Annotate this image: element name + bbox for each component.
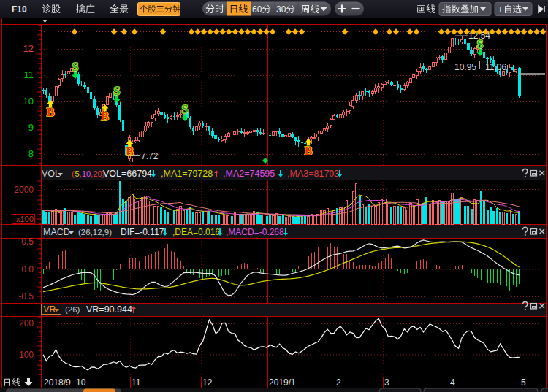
svg-text:2000: 2000 [14, 185, 34, 195]
svg-text:MACD: MACD [43, 227, 70, 237]
svg-text:5: 5 [521, 377, 526, 388]
svg-text:VR=90.944: VR=90.944 [86, 304, 132, 315]
svg-text:100: 100 [19, 350, 34, 360]
svg-text:F10: F10 [12, 4, 27, 15]
svg-text:,DEA=0.016: ,DEA=0.016 [172, 227, 220, 237]
svg-text:60: 60 [252, 4, 262, 15]
svg-text:(26,12,9): (26,12,9) [78, 228, 112, 237]
svg-text:(: ( [72, 169, 75, 178]
svg-text:B: B [101, 110, 109, 123]
svg-text:(26): (26) [65, 305, 80, 314]
svg-text:,MA3=81703: ,MA3=81703 [287, 169, 339, 179]
svg-text:8: 8 [28, 148, 34, 159]
svg-text:10.95: 10.95 [454, 62, 476, 72]
svg-text:30: 30 [276, 4, 286, 15]
svg-text:0.0: 0.0 [21, 264, 34, 274]
svg-text:11: 11 [24, 69, 34, 80]
svg-text:VR: VR [44, 304, 56, 315]
svg-text:+: + [498, 4, 503, 15]
svg-text:VOL: VOL [42, 169, 60, 179]
svg-text:VOL=66794: VOL=66794 [103, 169, 152, 179]
svg-text:,MA2=74595: ,MA2=74595 [223, 169, 275, 179]
svg-text:4: 4 [450, 377, 455, 388]
svg-text:,MA1=79728: ,MA1=79728 [161, 169, 213, 179]
svg-text:2: 2 [336, 377, 341, 388]
svg-text:10: 10 [76, 377, 86, 388]
svg-text:B: B [305, 145, 313, 157]
svg-text:B: B [126, 145, 134, 158]
svg-text:DIF=-0.117: DIF=-0.117 [121, 227, 164, 237]
svg-text:x100: x100 [16, 215, 34, 223]
svg-text:2019/1: 2019/1 [269, 377, 296, 388]
svg-text:12: 12 [23, 43, 34, 54]
svg-text:9: 9 [28, 122, 34, 133]
svg-text:10: 10 [23, 96, 34, 107]
svg-text:200: 200 [19, 318, 34, 328]
svg-text:3: 3 [384, 377, 389, 388]
svg-text:B: B [47, 106, 55, 118]
svg-text:0.5: 0.5 [21, 237, 34, 247]
svg-text:S: S [477, 38, 484, 50]
svg-text:20: 20 [94, 169, 102, 178]
svg-text:-0.5: -0.5 [18, 291, 34, 301]
svg-text:S: S [182, 103, 189, 115]
svg-text:S: S [114, 85, 121, 97]
svg-text:S: S [72, 61, 79, 73]
svg-text:7.72: 7.72 [141, 151, 159, 161]
svg-text:12: 12 [202, 377, 213, 388]
svg-text:,MACD=-0.268: ,MACD=-0.268 [226, 227, 284, 237]
svg-text:2018/9: 2018/9 [44, 377, 71, 388]
svg-text:10: 10 [82, 169, 91, 178]
svg-text:11.06: 11.06 [485, 62, 506, 72]
svg-text:11: 11 [132, 377, 141, 388]
